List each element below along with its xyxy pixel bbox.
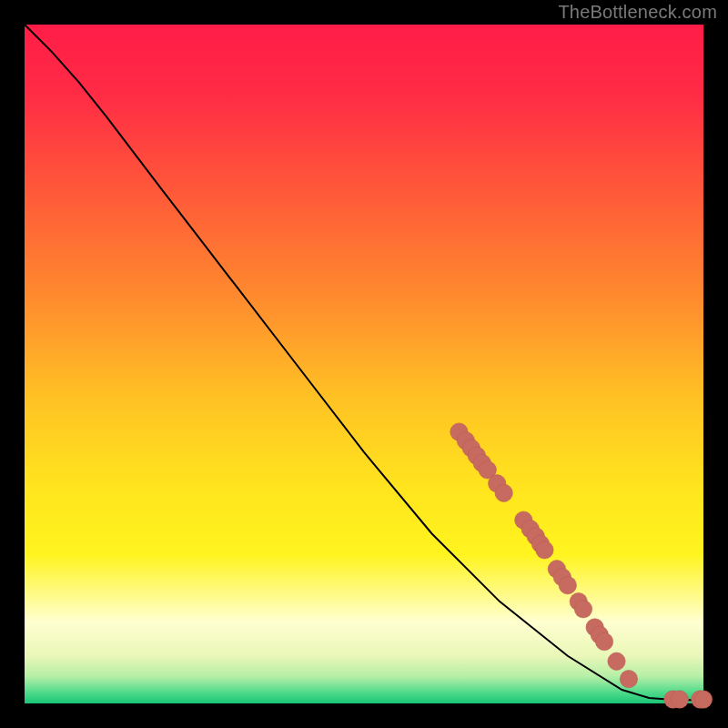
- data-marker: [574, 601, 592, 618]
- data-marker: [608, 652, 625, 670]
- data-marker: [694, 691, 712, 708]
- data-marker: [536, 541, 553, 559]
- chart-canvas: [0, 0, 728, 728]
- data-marker: [671, 691, 688, 708]
- chart-stage: TheBottleneck.com: [0, 0, 728, 728]
- data-marker: [595, 632, 612, 650]
- attribution-label: TheBottleneck.com: [558, 2, 717, 23]
- plot-background: [25, 25, 703, 703]
- data-marker: [559, 577, 576, 594]
- data-marker: [495, 484, 512, 501]
- data-marker: [620, 670, 637, 687]
